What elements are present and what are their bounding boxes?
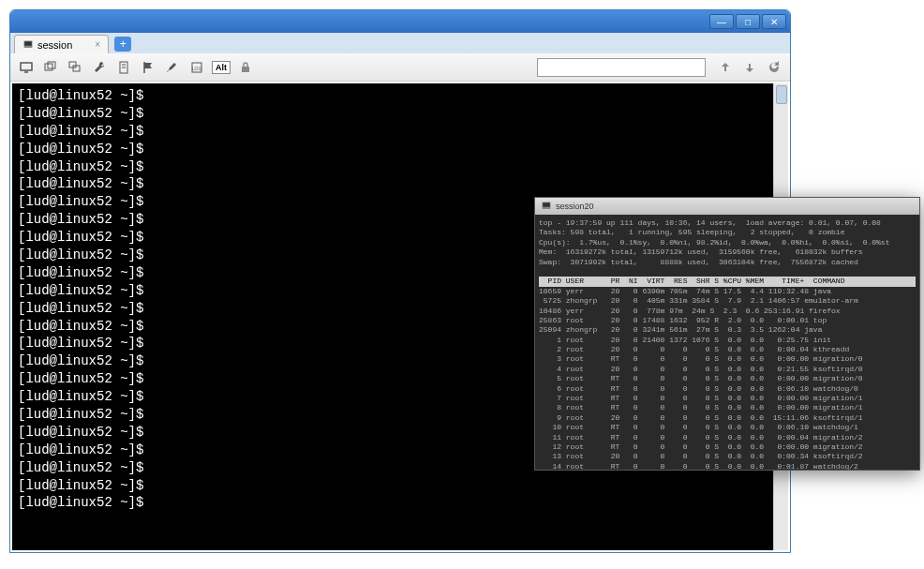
process-row: 2 root 20 0 0 0 0 S 0.0 0.0 0:00.04 kthr… <box>539 345 916 354</box>
prompt-line: [lud@linux52 ~]$ <box>18 105 768 123</box>
scroll-thumb[interactable] <box>776 85 787 104</box>
refresh-icon[interactable] <box>764 57 784 78</box>
prompt-line: [lud@linux52 ~]$ <box>18 141 768 158</box>
titlebar[interactable]: — □ ✕ <box>10 10 790 33</box>
windows-icon[interactable] <box>40 57 61 78</box>
prompt-line: [lud@linux52 ~]$ <box>18 87 768 105</box>
process-row: 25094 zhongrp 20 0 3241m 561m 27m S 0.3 … <box>539 325 916 335</box>
tab-bar: session × + <box>10 33 790 53</box>
process-row: 9 root 20 0 0 0 0 S 0.0 0.0 15:11.06 kso… <box>539 413 916 423</box>
svg-rect-5 <box>48 62 55 68</box>
process-row: 8 root RT 0 0 0 0 S 0.0 0.0 0:00.00 migr… <box>539 403 916 412</box>
top-summary-line: Tasks: 598 total, 1 running, 595 sleepin… <box>539 228 916 237</box>
prompt-line: [lud@linux52 ~]$ <box>18 494 768 512</box>
overlay-titlebar[interactable]: session20 <box>535 198 919 215</box>
svg-rect-14 <box>242 67 249 72</box>
process-row: 6 root RT 0 0 0 0 S 0.0 0.0 0:06.10 watc… <box>539 384 916 394</box>
tab-close-icon[interactable]: × <box>95 39 100 50</box>
top-summary-line: Cpu(s): 1.7%us, 0.1%sy, 0.0%ni, 98.2%id,… <box>539 238 916 247</box>
svg-rect-4 <box>45 64 52 70</box>
maximize-button[interactable]: □ <box>736 14 760 29</box>
overlay-terminal[interactable]: top - 19:37:59 up 111 days, 10:36, 14 us… <box>535 215 919 470</box>
close-button[interactable]: ✕ <box>762 14 786 29</box>
top-summary-line: top - 19:37:59 up 111 days, 10:36, 14 us… <box>539 218 916 228</box>
svg-rect-2 <box>21 63 32 70</box>
monitor-icon[interactable] <box>16 57 37 78</box>
document-icon[interactable] <box>113 57 134 78</box>
process-row: 3 root RT 0 0 0 0 S 0.0 0.0 0:00.00 migr… <box>539 354 916 364</box>
add-tab-button[interactable]: + <box>114 37 131 52</box>
svg-rect-1 <box>24 41 32 46</box>
download-icon[interactable] <box>739 57 760 78</box>
process-row: 5725 zhongrp 20 0 405m 331m 3584 S 7.9 2… <box>539 296 916 306</box>
overlay-title: session20 <box>556 202 594 211</box>
search-input[interactable] <box>537 58 706 77</box>
cascade-icon[interactable] <box>65 57 85 78</box>
prompt-line: [lud@linux52 ~]$ <box>18 123 768 141</box>
process-row: 25863 root 20 0 17488 1632 952 R 2.0 0.0… <box>539 316 916 325</box>
process-row: 14 root RT 0 0 0 0 S 0.0 0.0 0:01.87 wat… <box>539 462 916 470</box>
alt-key-icon[interactable]: Alt <box>211 57 231 78</box>
process-row: 10 root RT 0 0 0 0 S 0.0 0.0 0:06.10 wat… <box>539 423 916 432</box>
svg-text:LOG: LOG <box>192 66 202 71</box>
process-row: 10486 yerr 20 0 778m 97m 24m S 2.3 0.6 2… <box>539 307 916 316</box>
process-row: 7 root RT 0 0 0 0 S 0.0 0.0 0:00.00 migr… <box>539 394 916 403</box>
prompt-line: [lud@linux52 ~]$ <box>18 477 768 495</box>
process-row: 5 root RT 0 0 0 0 S 0.0 0.0 0:00.00 migr… <box>539 374 916 383</box>
prompt-line: [lud@linux52 ~]$ <box>18 158 768 176</box>
wrench-icon[interactable] <box>89 57 110 78</box>
upload-icon[interactable] <box>715 57 736 78</box>
top-summary-line: Swap: 3071992k total, 8888k used, 306310… <box>539 258 916 267</box>
tab-session[interactable]: session × <box>14 35 109 53</box>
toolbar: LOG Alt <box>10 53 790 82</box>
process-row: 10659 yerr 20 0 6390m 705m 74m S 17.5 4.… <box>539 287 916 296</box>
process-row: 1 root 20 0 21400 1372 1076 S 0.0 0.0 0:… <box>539 336 916 345</box>
session-icon <box>541 201 552 212</box>
flag-icon[interactable] <box>138 57 158 78</box>
process-row: 12 root RT 0 0 0 0 S 0.0 0.0 0:00.00 mig… <box>539 442 916 452</box>
lock-icon[interactable] <box>235 57 256 78</box>
prompt-line: [lud@linux52 ~]$ <box>18 175 768 193</box>
session-icon <box>22 39 34 51</box>
top-header-row: PID USER PR NI VIRT RES SHR S %CPU %MEM … <box>539 277 916 286</box>
top-summary-line: Mem: 16319272k total, 13159712k used, 31… <box>539 247 916 257</box>
process-row: 11 root RT 0 0 0 0 S 0.0 0.0 0:00.04 mig… <box>539 433 916 442</box>
minimize-button[interactable]: — <box>709 14 734 29</box>
overlay-window[interactable]: session20 top - 19:37:59 up 111 days, 10… <box>534 197 920 471</box>
brush-icon[interactable] <box>162 57 183 78</box>
svg-rect-16 <box>543 202 550 207</box>
process-row: 4 root 20 0 0 0 0 S 0.0 0.0 0:21.55 ksof… <box>539 365 916 374</box>
process-row: 13 root 20 0 0 0 0 S 0.0 0.0 0:00.34 kso… <box>539 452 916 461</box>
log-icon[interactable]: LOG <box>186 57 207 78</box>
tab-label: session <box>37 39 72 51</box>
